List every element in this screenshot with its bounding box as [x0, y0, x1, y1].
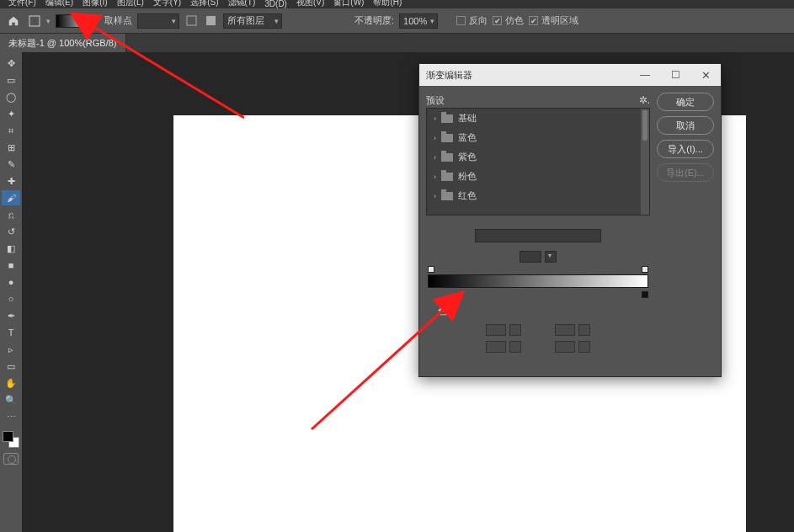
presets-list[interactable]: ›基础 ›蓝色 ›紫色 ›粉色 ›红色	[426, 108, 650, 215]
chevron-right-icon: ›	[434, 153, 436, 162]
tool-gradient[interactable]: ■	[2, 258, 20, 273]
menubar: 文件(F) 编辑(E) 图像(I) 图层(L) 文字(Y) 选择(S) 滤镜(T…	[0, 0, 794, 8]
location2-dropdown[interactable]	[578, 341, 590, 353]
location-swatch[interactable]	[555, 324, 575, 336]
opacity-value[interactable]: 100%	[399, 13, 438, 29]
gear-icon[interactable]: ✲.	[639, 94, 650, 106]
cancel-button[interactable]: 取消	[657, 116, 714, 135]
preset-folder[interactable]: ›基础	[427, 109, 649, 128]
menu-image[interactable]: 图像(I)	[79, 0, 110, 8]
gradient-picker[interactable]	[56, 14, 96, 28]
transparency-label: 透明区域	[541, 14, 578, 27]
preset-label: 蓝色	[458, 131, 477, 144]
folder-icon	[441, 153, 453, 162]
gradient-bar[interactable]	[428, 274, 648, 288]
menu-file[interactable]: 文件(F)	[5, 0, 40, 8]
menu-filter[interactable]: 滤镜(T)	[225, 0, 259, 8]
dropdown-icon[interactable]: ▾	[46, 17, 51, 25]
color-stop-right[interactable]	[642, 291, 648, 298]
menu-type[interactable]: 文字(Y)	[150, 0, 184, 8]
tool-marquee[interactable]: ▭	[2, 72, 20, 88]
menu-help[interactable]: 帮助(H)	[370, 0, 405, 8]
tool-path[interactable]: ▹	[2, 342, 20, 357]
export-button[interactable]: 导出(E)...	[657, 163, 714, 182]
tool-stamp[interactable]: ⎌	[2, 207, 20, 222]
opacity-swatch[interactable]	[486, 324, 506, 336]
type-dropdown[interactable]	[545, 251, 557, 263]
tool-crop[interactable]: ⌗	[2, 123, 20, 138]
menu-edit[interactable]: 编辑(E)	[42, 0, 77, 8]
menu-window[interactable]: 窗口(W)	[330, 0, 367, 8]
folder-icon	[441, 114, 453, 123]
home-icon[interactable]	[5, 13, 22, 29]
toolbox: ✥ ▭ ◯ ✦ ⌗ ⊞ ✎ ✚ 🖌 ⎌ ↺ ◧ ■ ● ○ ✒ T ▹ ▭ ✋ …	[0, 52, 22, 532]
tool-eyedropper[interactable]: ✎	[2, 157, 20, 172]
mode-icon-2[interactable]	[204, 13, 218, 28]
dither-label: 仿色	[505, 14, 524, 27]
preset-label: 基础	[458, 112, 477, 125]
tool-move[interactable]: ✥	[2, 56, 20, 71]
opacity-stop-left[interactable]	[428, 266, 434, 273]
color-dropdown[interactable]	[509, 341, 521, 353]
type-swatch[interactable]	[520, 251, 541, 263]
fg-bg-swatch[interactable]	[3, 431, 19, 448]
menu-3d[interactable]: 3D(D)	[261, 0, 290, 8]
folder-icon	[441, 134, 453, 142]
preset-folder[interactable]: ›粉色	[427, 167, 649, 186]
location2-swatch[interactable]	[555, 341, 575, 353]
tool-eraser[interactable]: ◧	[2, 241, 20, 256]
chevron-right-icon: ›	[434, 192, 436, 200]
close-button[interactable]: ✕	[690, 64, 721, 86]
document-tabbar: 未标题-1 @ 100%(RGB/8)	[0, 34, 794, 52]
opacity-stop-right[interactable]	[642, 266, 648, 273]
tool-blur[interactable]: ●	[2, 274, 20, 290]
reverse-label: 反向	[469, 14, 488, 27]
tool-pen[interactable]: ✒	[2, 308, 20, 323]
preset-folder[interactable]: ›蓝色	[427, 128, 649, 147]
transparency-checkbox[interactable]: 透明区域	[529, 14, 578, 27]
quickmask-icon[interactable]	[3, 453, 19, 465]
menu-view[interactable]: 视图(V)	[293, 0, 328, 8]
tool-hand[interactable]: ✋	[2, 375, 20, 391]
preset-folder[interactable]: ›红色	[427, 186, 649, 205]
dither-checkbox[interactable]: 仿色	[493, 14, 524, 27]
tool-wand[interactable]: ✦	[2, 106, 20, 121]
tool-more[interactable]: ⋯	[2, 409, 20, 424]
ok-button[interactable]: 确定	[657, 93, 714, 111]
tool-dodge[interactable]: ○	[2, 291, 20, 306]
gradient-name-input[interactable]	[475, 229, 601, 242]
chevron-right-icon: ›	[434, 114, 436, 123]
tool-preset-icon[interactable]	[27, 13, 41, 28]
tool-zoom[interactable]: 🔍	[2, 392, 20, 407]
scrollbar[interactable]	[641, 109, 649, 215]
tool-shape[interactable]: ▭	[2, 359, 20, 374]
import-button[interactable]: 导入(I)...	[657, 140, 714, 158]
menu-layer[interactable]: 图层(L)	[114, 0, 147, 8]
reverse-checkbox[interactable]: 反向	[456, 14, 488, 27]
minimize-button[interactable]: —	[630, 64, 660, 86]
fg-color-swatch[interactable]	[3, 431, 13, 442]
tool-brush[interactable]: 🖌	[2, 190, 20, 205]
location-dropdown[interactable]	[578, 324, 590, 336]
tool-type[interactable]: T	[2, 325, 20, 340]
gradient-ramp[interactable]	[426, 274, 650, 288]
sample-label: 取样点	[104, 14, 132, 27]
tool-frame[interactable]: ⊞	[2, 140, 20, 155]
folder-icon	[441, 192, 453, 200]
tool-history[interactable]: ↺	[2, 224, 20, 239]
maximize-button[interactable]: ☐	[660, 64, 690, 86]
preset-folder[interactable]: ›紫色	[427, 147, 649, 167]
sample-dropdown[interactable]	[137, 13, 179, 29]
mode-icon-1[interactable]	[184, 13, 199, 28]
opacity-label: 不透明度:	[354, 14, 394, 27]
tool-heal[interactable]: ✚	[2, 173, 20, 189]
color-swatch[interactable]	[486, 341, 506, 353]
presets-label: 预设	[426, 94, 445, 107]
menu-select[interactable]: 选择(S)	[187, 0, 221, 8]
document-tab[interactable]: 未标题-1 @ 100%(RGB/8)	[0, 34, 126, 52]
tool-lasso[interactable]: ◯	[2, 89, 20, 104]
dialog-titlebar[interactable]: 渐变编辑器 — ☐ ✕	[419, 64, 721, 86]
opacity-dropdown[interactable]	[509, 324, 521, 336]
gradient-preview-swatch	[56, 14, 96, 28]
layers-dropdown[interactable]: 所有图层	[223, 13, 282, 29]
